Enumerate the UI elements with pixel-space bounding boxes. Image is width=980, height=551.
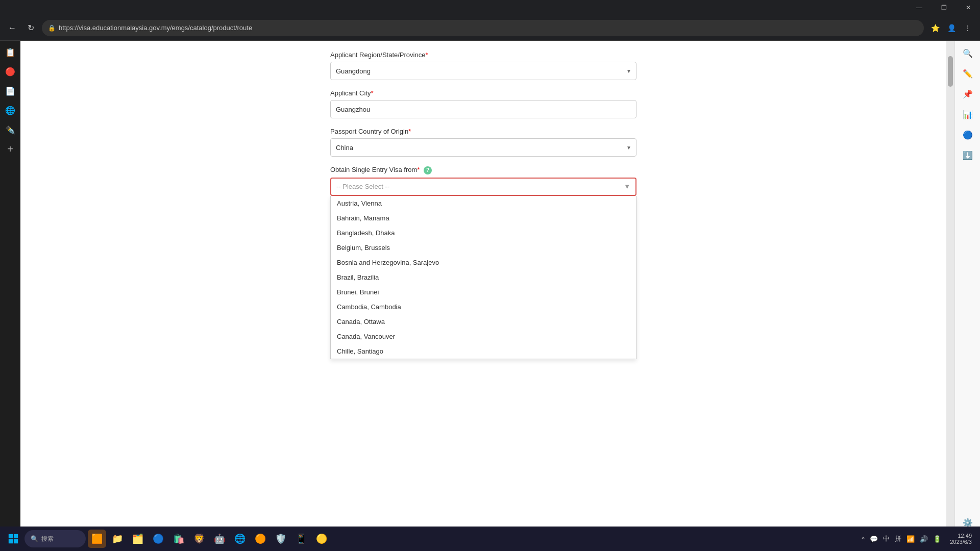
right-download-icon[interactable]: ⬇️	[960, 147, 976, 163]
taskbar-right: ^ 💬 中 拼 📶 🔊 🔋 12:49 2023/6/3	[860, 533, 976, 545]
visa-info-icon[interactable]: ?	[424, 166, 432, 174]
clock-time: 12:49	[950, 533, 972, 539]
browser-actions: ⭐ 👤 ⋮	[928, 21, 975, 35]
region-select-wrapper: Guangdong	[330, 62, 636, 80]
search-text: 搜索	[41, 535, 54, 543]
taskbar-app-folder[interactable]: 📁	[108, 530, 127, 548]
city-label: Applicant City*	[330, 89, 636, 97]
svg-rect-1	[14, 534, 18, 538]
passport-label: Passport Country of Origin*	[330, 128, 636, 135]
region-label: Applicant Region/State/Province*	[330, 51, 636, 59]
scroll-thumb	[948, 56, 953, 87]
dropdown-option[interactable]: Canada, Ottawa	[331, 314, 636, 329]
note-icon[interactable]: ✒️	[3, 122, 17, 137]
page-scrollbar[interactable]	[946, 41, 954, 551]
right-edit-icon[interactable]: ✏️	[960, 65, 976, 82]
taskbar-clock[interactable]: 12:49 2023/6/3	[946, 533, 976, 545]
dropdown-option[interactable]: Bosnia and Herzegovina, Sarajevo	[331, 255, 636, 270]
close-button[interactable]: ✕	[957, 0, 980, 15]
dropdown-option[interactable]: Brazil, Brazilia	[331, 270, 636, 285]
page-content: Applicant Region/State/Province* Guangdo…	[20, 41, 946, 551]
svg-rect-3	[14, 539, 18, 543]
taskbar-app-chrome[interactable]: 🟡	[312, 530, 331, 548]
dropdown-option[interactable]: Austria, Vienna	[331, 196, 636, 211]
browser-chrome: ← ↻ 🔒 https://visa.educationmalaysia.gov…	[0, 15, 980, 41]
visa-dropdown-list[interactable]: Austria, ViennaBahrain, ManamaBangladesh…	[330, 196, 636, 359]
region-select[interactable]: Guangdong	[330, 62, 636, 80]
tray-expand-icon[interactable]: ^	[860, 534, 866, 544]
passport-select-wrapper: China	[330, 138, 636, 157]
passport-select[interactable]: China	[330, 138, 636, 157]
taskbar: 🔍 搜索 🟧 📁 🗂️ 🔵 🛍️ 🦁 🤖 🌐 🟠 🛡️ 📱 🟡 ^ 💬 中 拼 …	[0, 527, 980, 551]
right-chart-icon[interactable]: 📊	[960, 106, 976, 122]
tray-wechat-icon[interactable]: 💬	[868, 534, 879, 544]
window-controls: — ❐ ✕	[908, 0, 980, 15]
taskbar-app-orange[interactable]: 🟠	[251, 530, 270, 548]
url-text: https://visa.educationmalaysia.gov.my/em…	[59, 24, 252, 32]
right-search-icon[interactable]: 🔍	[960, 45, 976, 61]
system-tray: ^ 💬 中 拼 📶 🔊 🔋	[860, 533, 943, 544]
taskbar-app-whatsapp[interactable]: 📱	[292, 530, 310, 548]
form-section: Applicant Region/State/Province* Guangdo…	[330, 51, 636, 234]
refresh-button[interactable]: ↻	[23, 21, 38, 35]
taskbar-app-brave[interactable]: 🦁	[190, 530, 208, 548]
tray-chinese2-icon[interactable]: 拼	[893, 533, 903, 544]
left-sidebar: 📋 🔴 📄 🌐 ✒️ +	[0, 41, 20, 551]
dropdown-arrow-icon: ▼	[624, 183, 630, 190]
city-group: Applicant City*	[330, 89, 636, 118]
city-required: *	[371, 89, 373, 97]
passport-group: Passport Country of Origin* China	[330, 128, 636, 157]
dropdown-option[interactable]: China, Beijing	[331, 359, 636, 359]
dropdown-option[interactable]: Chille, Santiago	[331, 344, 636, 359]
search-icon: 🔍	[31, 535, 38, 542]
dropdown-option[interactable]: Bahrain, Manama	[331, 211, 636, 226]
window-top-bar: — ❐ ✕	[0, 0, 980, 15]
right-pin-icon[interactable]: 📌	[960, 86, 976, 102]
dropdown-option[interactable]: Canada, Vancouver	[331, 329, 636, 344]
dropdown-option[interactable]: Cambodia, Cambodia	[331, 299, 636, 314]
more-button[interactable]: ⋮	[961, 21, 975, 35]
address-bar[interactable]: 🔒 https://visa.educationmalaysia.gov.my/…	[42, 20, 924, 36]
dropdown-option[interactable]: Belgium, Brussels	[331, 240, 636, 255]
minimize-button[interactable]: —	[908, 0, 931, 15]
svg-rect-0	[9, 534, 13, 538]
taskbar-app-files[interactable]: 🗂️	[129, 530, 147, 548]
tray-battery-icon[interactable]: 🔋	[932, 534, 943, 544]
tabs-icon[interactable]: 📋	[3, 45, 17, 59]
dropdown-option[interactable]: Brunei, Brunei	[331, 285, 636, 299]
tray-volume-icon[interactable]: 🔊	[918, 534, 929, 544]
right-sidebar: 🔍 ✏️ 📌 📊 🔵 ⬇️ ⚙️ ➕	[954, 41, 980, 551]
taskbar-app-android[interactable]: 🤖	[210, 530, 229, 548]
tray-wifi-icon[interactable]: 📶	[905, 534, 916, 544]
taskbar-app-edge[interactable]: 🔵	[149, 530, 167, 548]
visa-label: Obtain Single Entry Visa from* ?	[330, 166, 636, 174]
visa-placeholder-text: -- Please Select --	[336, 183, 389, 190]
visa-required: *	[417, 166, 420, 173]
red-icon[interactable]: 🔴	[3, 64, 17, 79]
maximize-button[interactable]: ❐	[932, 0, 955, 15]
taskbar-app-cube[interactable]: 🟧	[88, 530, 106, 548]
svg-rect-2	[9, 539, 13, 543]
profile-button[interactable]: 👤	[944, 21, 959, 35]
doc-icon[interactable]: 📄	[3, 84, 17, 98]
extensions-button[interactable]: ⭐	[928, 21, 942, 35]
clock-date: 2023/6/3	[950, 539, 972, 545]
region-required: *	[425, 51, 428, 59]
tray-chinese1-icon[interactable]: 中	[881, 533, 891, 544]
globe-icon[interactable]: 🌐	[3, 103, 17, 117]
visa-group: Obtain Single Entry Visa from* ? -- Plea…	[330, 166, 636, 196]
city-input[interactable]	[330, 100, 636, 118]
back-button[interactable]: ←	[5, 21, 19, 35]
visa-dropdown-container: -- Please Select -- ▼ Austria, ViennaBah…	[330, 178, 636, 196]
taskbar-app-kaspersky[interactable]: 🛡️	[272, 530, 290, 548]
passport-required: *	[408, 128, 411, 135]
taskbar-app-browser[interactable]: 🌐	[231, 530, 249, 548]
taskbar-search[interactable]: 🔍 搜索	[24, 530, 86, 547]
lock-icon: 🔒	[48, 24, 56, 32]
right-blue-icon[interactable]: 🔵	[960, 127, 976, 143]
start-button[interactable]	[4, 530, 22, 548]
add-icon[interactable]: +	[3, 142, 17, 156]
taskbar-app-store[interactable]: 🛍️	[169, 530, 188, 548]
dropdown-option[interactable]: Bangladesh, Dhaka	[331, 226, 636, 240]
visa-dropdown-trigger[interactable]: -- Please Select -- ▼	[330, 178, 636, 196]
